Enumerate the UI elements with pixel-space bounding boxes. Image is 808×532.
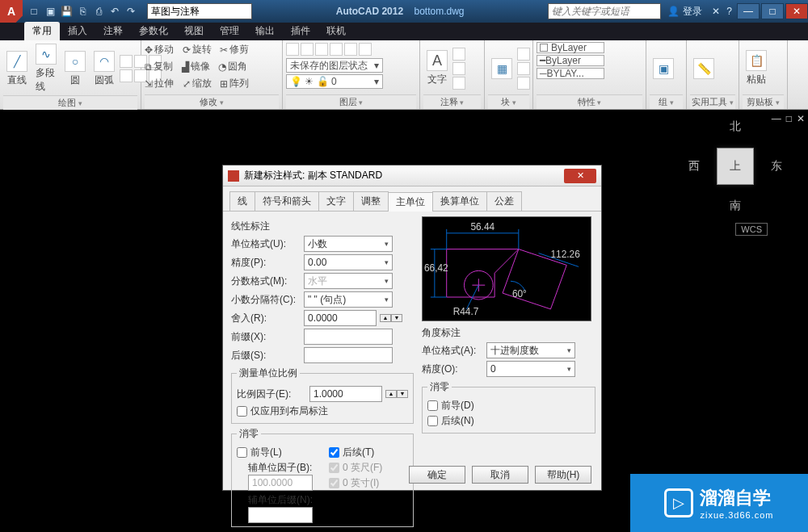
tab-insert[interactable]: 插入 [60,22,95,40]
cancel-button[interactable]: 取消 [472,466,528,484]
ang-format-combo[interactable]: 十进制度数 [486,342,575,358]
polyline-button[interactable]: ∿多段线 [32,42,60,95]
undo-icon[interactable]: ↶ [108,5,121,18]
lineweight-combo[interactable]: ━ ByLayer [537,55,604,66]
trailing-check[interactable] [329,447,339,458]
linetype-combo[interactable]: ─ BYLAY... [537,68,604,79]
group-button[interactable]: ▣ [650,57,677,81]
panel-modify-title[interactable]: 修改 [145,94,279,109]
ang-leading-check[interactable] [427,400,438,411]
unit-format-combo[interactable]: 小数 [304,236,393,252]
ok-button[interactable]: 确定 [409,466,465,484]
round-up[interactable]: ▲ [380,314,391,322]
copy-label[interactable]: 复制 [154,60,173,73]
open-icon[interactable]: ▣ [44,5,57,18]
trim-label[interactable]: 修剪 [229,43,249,57]
doc-min-icon[interactable]: — [772,113,781,124]
scale-label[interactable]: 缩放 [192,77,212,90]
layer-combo[interactable]: 💡 ☀ 🔓 0▾ [286,74,383,89]
workspace-combo[interactable] [147,3,252,19]
tab-lines[interactable]: 线 [229,191,255,211]
precision-combo[interactable]: 0.00 [304,254,393,270]
tab-view[interactable]: 视图 [176,22,212,40]
viewcube-east[interactable]: 东 [771,159,782,174]
stretch-label[interactable]: 拉伸 [154,77,174,90]
print-icon[interactable]: ⎙ [92,5,105,18]
block-flyout[interactable] [517,48,530,90]
saveas-icon[interactable]: ⎘ [76,5,89,18]
close-button[interactable]: ✕ [785,3,808,19]
decimal-sep-combo[interactable]: " " (句点) [304,291,393,308]
dialog-titlebar[interactable]: 新建标注样式: 副本 STANDARD ✕ [223,165,601,186]
tab-online[interactable]: 联机 [318,22,354,40]
app-logo[interactable]: A [0,0,23,23]
layer-state-combo[interactable]: 未保存的图层状态▾ [286,58,383,73]
tab-plugins[interactable]: 插件 [283,22,318,40]
tab-symbols[interactable]: 符号和箭头 [255,191,319,211]
ang-trailing-check[interactable] [427,416,438,426]
login-button[interactable]: 👤 登录 [667,5,702,19]
line-button[interactable]: ╱直线 [3,49,31,89]
annotate-flyout[interactable] [452,48,465,90]
tab-home[interactable]: 常用 [24,22,60,40]
leading-check[interactable] [237,447,247,458]
panel-draw-title[interactable]: 绘图 [3,95,137,110]
mirror-label[interactable]: 镜像 [191,60,210,73]
tab-manage[interactable]: 管理 [212,22,247,40]
scale-up[interactable]: ▲ [385,390,397,398]
round-down[interactable]: ▼ [391,314,402,322]
save-icon[interactable]: 💾 [60,5,73,18]
circle-button[interactable]: ○圆 [61,49,89,89]
panel-annotate-title[interactable]: 注释 [423,94,481,109]
panel-props-title[interactable]: 特性 [537,94,642,109]
tab-fit[interactable]: 调整 [353,191,389,211]
ang-precision-combo[interactable]: 0 [486,361,575,377]
help-button[interactable]: 帮助(H) [535,466,591,484]
prefix-input[interactable] [304,329,393,345]
dialog-close-button[interactable]: ✕ [564,169,596,183]
exchange-icon[interactable]: ✕ [712,6,720,17]
panel-group-title[interactable]: 组 [650,94,683,109]
insert-block-button[interactable]: ▦ [488,57,516,81]
array-label[interactable]: 阵列 [229,77,249,90]
rotate-label[interactable]: 旋转 [192,43,212,57]
doc-close-icon[interactable]: ✕ [797,113,805,124]
viewcube-top[interactable]: 上 [717,148,754,185]
scale-factor-input[interactable]: 1.0000 [309,386,382,402]
layer-tools[interactable] [286,43,372,56]
panel-layers-title[interactable]: 图层 [286,94,416,109]
help-icon[interactable]: ? [726,6,732,17]
move-label[interactable]: 移动 [154,43,174,57]
tab-primary-units[interactable]: 主单位 [388,192,433,212]
layout-only-check[interactable] [237,406,247,417]
doc-max-icon[interactable]: □ [786,113,792,124]
color-combo[interactable]: ByLayer [537,42,604,53]
round-input[interactable]: 0.0000 [304,310,377,326]
text-button[interactable]: A文字 [423,48,451,88]
tab-tolerance[interactable]: 公差 [486,191,522,211]
scale-down[interactable]: ▼ [397,390,408,398]
tab-output[interactable]: 输出 [247,22,283,40]
wcs-badge[interactable]: WCS [735,223,768,236]
redo-icon[interactable]: ↷ [124,5,137,18]
panel-clip-title[interactable]: 剪贴板 [743,94,784,109]
suffix-input[interactable] [304,347,393,363]
measure-button[interactable]: 📏 [690,57,718,81]
tab-text[interactable]: 文字 [318,191,354,211]
tab-annotate[interactable]: 注释 [95,22,131,40]
maximize-button[interactable]: □ [761,3,784,19]
paste-button[interactable]: 📋粘贴 [743,48,770,88]
tab-alt-units[interactable]: 换算单位 [432,191,487,211]
viewcube-north[interactable]: 北 [730,119,741,134]
minimize-button[interactable]: — [737,3,760,19]
panel-util-title[interactable]: 实用工具 [690,94,735,109]
new-icon[interactable]: □ [27,5,40,18]
arc-button[interactable]: ◠圆弧 [90,49,118,89]
view-cube[interactable]: 上 北 南 西 东 [695,126,776,207]
viewcube-south[interactable]: 南 [730,199,741,213]
tab-parametric[interactable]: 参数化 [131,22,176,40]
viewcube-west[interactable]: 西 [688,159,700,174]
fillet-label[interactable]: 圆角 [228,60,247,73]
panel-block-title[interactable]: 块 [488,94,529,109]
help-search-input[interactable] [548,3,661,19]
